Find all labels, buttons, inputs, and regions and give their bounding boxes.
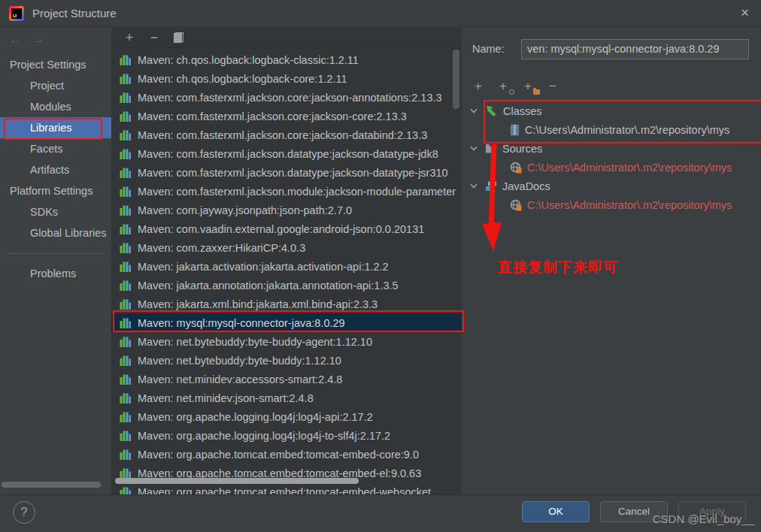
tree-node-javadocs-path[interactable]: C:\Users\Administrator\.m2\repository\my… [462,195,761,214]
attach-directories-icon[interactable]: + [524,80,541,95]
library-vertical-scrollbar[interactable] [453,50,459,109]
back-icon[interactable]: ← [9,32,22,47]
tree-node-javadocs[interactable]: JavaDocs [462,177,761,195]
tree-node-sources-path[interactable]: C:\Users\Administrator\.m2\repository\my… [462,158,761,177]
library-icon [120,318,132,328]
remove-root-icon[interactable]: − [549,80,565,95]
library-list-item[interactable]: Maven: ch.qos.logback:logback-classic:1.… [111,50,462,69]
sidebar-item[interactable]: Artifacts [0,159,111,180]
sidebar-item-label: Problems [30,268,76,280]
dialog-title: Project Structure [32,7,117,20]
library-list-item[interactable]: Maven: com.fasterxml.jackson.datatype:ja… [111,144,462,163]
sidebar-item[interactable]: Libraries [0,117,111,138]
help-icon[interactable]: ? [13,501,35,524]
add-library-icon[interactable]: + [122,31,137,44]
library-list-item[interactable]: Maven: net.bytebuddy:byte-buddy-agent:1.… [111,332,462,351]
sidebar-item[interactable]: Platform Settings [0,180,111,201]
chevron-down-icon[interactable] [470,181,477,188]
library-item-label: Maven: org.apache.logging.log4j:log4j-to… [138,430,390,442]
library-icon [120,355,132,366]
chevron-down-icon[interactable] [470,106,477,113]
sidebar-item-label: Artifacts [30,164,69,176]
annotation-text: 直接复制下来即可 [498,258,618,277]
library-item-label: Maven: com.fasterxml.jackson.module:jack… [138,186,456,198]
library-icon [120,130,132,141]
library-icon [120,412,132,422]
library-item-label: Maven: jakarta.activation:jakarta.activa… [138,261,389,273]
sidebar-item[interactable]: Facets [0,138,111,159]
library-list-item[interactable]: Maven: com.fasterxml.jackson.core:jackso… [111,107,462,125]
library-list-item[interactable]: Maven: jakarta.xml.bind:jakarta.xml.bind… [111,295,462,313]
sidebar-item-label: Project Settings [10,59,86,71]
library-list-item[interactable]: Maven: net.minidev:json-smart:2.4.8 [111,388,462,407]
library-list-item[interactable]: Maven: org.apache.logging.log4j:log4j-ap… [111,407,462,426]
sources-path-text: C:\Users\Administrator\.m2\repository\my… [527,162,732,174]
library-list-item[interactable]: Maven: org.apache.tomcat.embed:tomcat-em… [111,445,462,464]
library-icon [120,431,132,441]
library-list-item[interactable]: Maven: mysql:mysql-connector-java:8.0.29 [111,313,462,332]
library-list-item[interactable]: Maven: com.vaadin.external.google:androi… [111,219,462,238]
library-horizontal-scrollbar[interactable] [115,478,359,484]
library-item-label: Maven: org.apache.logging.log4j:log4j-ap… [138,411,373,423]
library-list-item[interactable]: Maven: com.fasterxml.jackson.module:jack… [111,182,462,201]
remove-library-icon[interactable]: − [147,31,162,44]
library-item-label: Maven: org.apache.tomcat.embed:tomcat-em… [138,449,419,461]
library-icon [120,205,132,216]
copy-library-icon[interactable] [174,32,183,43]
attach-files-icon[interactable]: + [474,80,491,95]
library-item-label: Maven: com.vaadin.external.google:androi… [138,223,424,235]
folder-icon [485,144,497,153]
attach-from-repository-icon[interactable]: + [499,80,516,95]
classes-path-text: C:\Users\Administrator\.m2\repository\my… [525,124,729,136]
chevron-down-icon[interactable] [470,144,477,150]
library-icon [120,393,132,404]
sidebar-item[interactable]: Global Libraries [0,222,111,243]
library-list-item[interactable]: Maven: com.fasterxml.jackson.datatype:ja… [111,163,462,182]
library-icon [120,449,132,460]
library-list-item[interactable]: Maven: ch.qos.logback:logback-core:1.2.1… [111,69,462,88]
library-list: Maven: ch.qos.logback:logback-classic:1.… [111,49,462,494]
watermark-text: CSDN @Evil_boy__ [653,512,754,525]
tree-node-label: Sources [502,143,542,155]
tree-node-classes[interactable]: Classes [462,101,761,120]
tree-node-sources[interactable]: Sources [462,139,761,158]
library-item-label: Maven: com.fasterxml.jackson.datatype:ja… [138,148,438,160]
library-list-item[interactable]: Maven: com.zaxxer:HikariCP:4.0.3 [111,238,462,257]
forward-icon[interactable]: → [32,32,45,47]
library-icon [120,111,132,122]
footer-bar: ? OK Cancel Apply [0,494,761,532]
tree-node-classes-path[interactable]: C:\Users\Administrator\.m2\repository\my… [462,120,761,139]
sidebar-item-label: Facets [30,143,63,155]
sidebar-item[interactable]: SDKs [0,201,111,222]
library-item-label: Maven: net.minidev:json-smart:2.4.8 [138,392,314,404]
library-icon [120,243,132,253]
sidebar-horizontal-scrollbar[interactable] [2,482,101,488]
sidebar-item[interactable]: Problems [0,263,111,284]
library-list-item[interactable]: Maven: com.jayway.jsonpath:json-path:2.7… [111,201,462,219]
sidebar-item[interactable]: Project [0,75,111,96]
library-list-item[interactable]: Maven: com.fasterxml.jackson.core:jackso… [111,125,462,144]
sidebar-item[interactable] [0,243,111,263]
library-list-item[interactable]: Maven: org.apache.tomcat.embed:tomcat-em… [111,482,462,494]
close-icon[interactable]: × [741,5,749,21]
sidebar-item-label: Project [30,80,64,92]
library-item-label: Maven: jakarta.annotation:jakarta.annota… [138,280,399,292]
ok-button[interactable]: OK [522,501,590,522]
web-root-icon [510,199,522,211]
library-icon [120,55,132,65]
library-icon [120,299,132,310]
library-icon [120,92,132,103]
library-list-item[interactable]: Maven: net.bytebuddy:byte-buddy:1.12.10 [111,351,462,370]
library-item-label: Maven: jakarta.xml.bind:jakarta.xml.bind… [138,298,377,310]
sidebar-item[interactable]: Project Settings [0,54,111,75]
library-list-item[interactable]: Maven: jakarta.activation:jakarta.activa… [111,257,462,276]
library-list-item[interactable]: Maven: org.apache.logging.log4j:log4j-to… [111,426,462,445]
library-icon [120,186,132,197]
library-item-label: Maven: org.apache.tomcat.embed:tomcat-em… [138,486,431,495]
library-list-item[interactable]: Maven: com.fasterxml.jackson.core:jackso… [111,88,462,107]
library-icon [120,374,132,385]
library-name-input[interactable]: ven: mysql:mysql-connector-java:8.0.29 [521,39,749,59]
library-list-item[interactable]: Maven: jakarta.annotation:jakarta.annota… [111,276,462,295]
sidebar-item[interactable]: Modules [0,96,111,117]
library-list-item[interactable]: Maven: net.minidev:accessors-smart:2.4.8 [111,370,462,388]
